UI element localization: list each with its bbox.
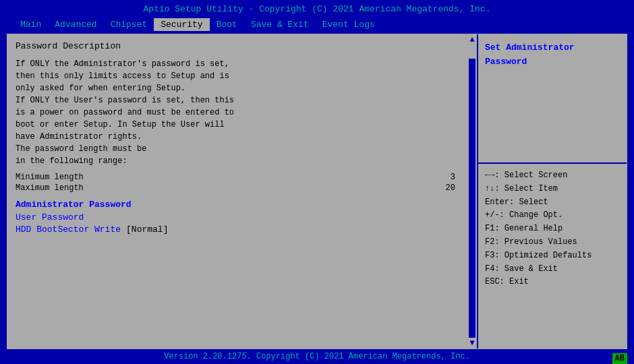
hdd-label: HDD BootSector Write (16, 224, 121, 235)
help-item-1: ↑↓: Select Item (485, 183, 620, 196)
desc-line-6: boot or enter Setup. In Setup the User w… (16, 120, 225, 129)
status-bar: Version 2.20.1275. Copyright (C) 2021 Am… (0, 349, 634, 364)
admin-password-section: Administrator Password (16, 200, 469, 210)
menu-item-security[interactable]: Security (154, 18, 209, 31)
menu-item-event-logs[interactable]: Event Logs (316, 18, 382, 31)
description-text: If ONLY the Administrator's password is … (16, 58, 469, 167)
desc-line-7: have Administrator rights. (16, 132, 142, 142)
desc-line-5: is a power on password and must be enter… (16, 108, 234, 117)
min-length-row: Minimum length 3 (16, 173, 469, 182)
right-panel: Set Administrator Password ←→: Select Sc… (478, 34, 627, 348)
right-title-line1: Set Administrator (485, 41, 620, 55)
hdd-value: [Normal] (126, 224, 168, 235)
help-item-7: F4: Save & Exit (485, 263, 620, 276)
main-content: Password Description If ONLY the Adminis… (7, 34, 627, 349)
help-item-6: F3: Optimized Defaults (485, 249, 620, 263)
scroll-up-icon[interactable]: ▲ (469, 36, 474, 44)
menu-item-boot[interactable]: Boot (210, 18, 244, 31)
scroll-thumb (469, 45, 476, 59)
menu-item-save-exit[interactable]: Save & Exit (244, 18, 316, 31)
right-title-line2: Password (485, 55, 620, 69)
status-text: Version 2.20.1275. Copyright (C) 2021 Am… (164, 352, 470, 361)
menu-item-main[interactable]: Main (13, 18, 48, 31)
title-text: Aptio Setup Utility - Copyright (C) 2021… (144, 4, 491, 14)
min-length-value: 3 (451, 173, 455, 182)
help-item-5: F2: Previous Values (485, 236, 620, 249)
help-item-4: F1: General Help (485, 222, 620, 236)
menu-item-advanced[interactable]: Advanced (48, 18, 103, 31)
desc-line-4: If ONLY the User's password is set, then… (16, 96, 234, 105)
left-panel: Password Description If ONLY the Adminis… (7, 34, 478, 348)
desc-line-8: The password length must be (16, 144, 146, 154)
right-top: Set Administrator Password (478, 34, 627, 162)
help-item-3: +/-: Change Opt. (485, 209, 620, 222)
max-length-row: Maximum length 20 (16, 183, 469, 193)
max-length-label: Maximum length (16, 183, 84, 193)
scroll-track (469, 45, 476, 338)
menu-item-chipset[interactable]: Chipset (104, 18, 154, 31)
user-password-link[interactable]: User Password (16, 212, 469, 222)
help-item-8: ESC: Exit (485, 276, 620, 289)
help-item-2: Enter: Select (485, 196, 620, 210)
left-scrollbar[interactable]: ▲ ▼ (467, 34, 477, 348)
min-length-label: Minimum length (16, 173, 84, 182)
ab-badge: AB (612, 353, 627, 364)
desc-line-1: If ONLY the Administrator's password is … (16, 59, 229, 69)
desc-line-3: only asked for when entering Setup. (16, 84, 185, 93)
scroll-down-icon[interactable]: ▼ (469, 339, 474, 347)
right-bottom: ←→: Select Screen ↑↓: Select Item Enter:… (478, 164, 627, 348)
desc-line-2: then this only limits access to Setup an… (16, 71, 229, 81)
help-item-0: ←→: Select Screen (485, 169, 620, 183)
menu-bar: Main Advanced Chipset Security Boot Save… (0, 17, 634, 34)
title-bar: Aptio Setup Utility - Copyright (C) 2021… (0, 0, 634, 17)
desc-line-9: in the following range: (16, 156, 127, 166)
panel-title: Password Description (16, 41, 469, 51)
hdd-row: HDD BootSector Write [Normal] (16, 224, 469, 235)
max-length-value: 20 (446, 183, 455, 193)
